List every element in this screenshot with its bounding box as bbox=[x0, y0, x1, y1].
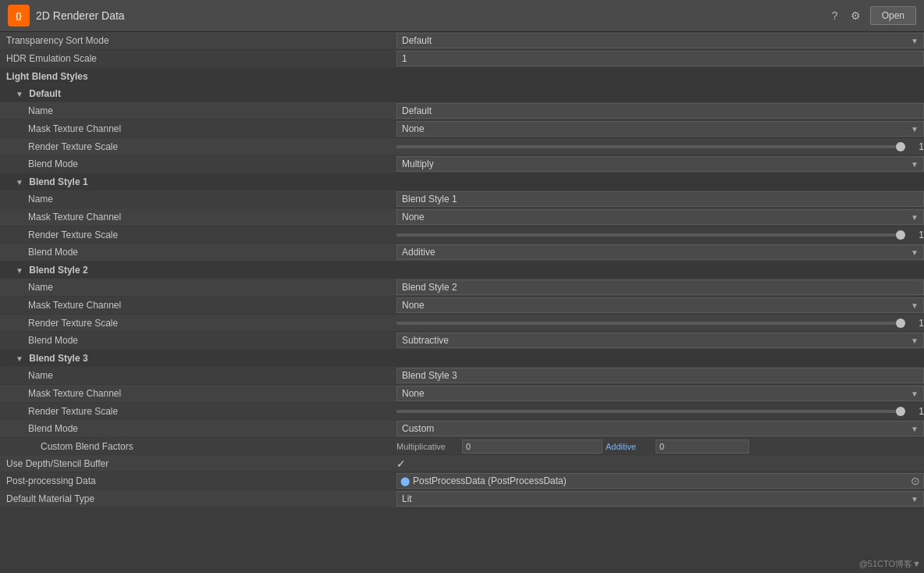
dropdown-arrow-icon: ▼ bbox=[911, 495, 919, 504]
default-render-texture-label: Render Texture Scale bbox=[0, 141, 396, 152]
blend-style2-group-row: ▼ Blend Style 2 bbox=[0, 262, 924, 279]
blend-style3-blend-mode-row: Blend Mode Custom ▼ bbox=[0, 420, 924, 438]
transparency-sort-mode-dropdown[interactable]: Default ▼ bbox=[396, 33, 924, 48]
inspector-content: Transparency Sort Mode Default ▼ HDR Emu… bbox=[0, 32, 924, 508]
use-depth-stencil-checkbox[interactable]: ✓ bbox=[396, 457, 406, 470]
default-material-type-dropdown[interactable]: Lit ▼ bbox=[396, 491, 924, 507]
custom-blend-row: Multiplicative Additive bbox=[396, 440, 924, 454]
blend-style3-mask-texture-label: Mask Texture Channel bbox=[0, 388, 396, 399]
hdr-emulation-scale-value bbox=[396, 51, 924, 66]
default-name-label: Name bbox=[0, 105, 396, 116]
blend-style1-group-row: ▼ Blend Style 1 bbox=[0, 173, 924, 190]
collapse-arrow-icon: ▼ bbox=[16, 178, 23, 187]
blend-style3-group-row: ▼ Blend Style 3 bbox=[0, 350, 924, 367]
dropdown-arrow-icon: ▼ bbox=[911, 125, 919, 133]
post-process-navigate-icon[interactable]: ⊙ bbox=[911, 475, 920, 487]
transparency-sort-mode-row: Transparency Sort Mode Default ▼ bbox=[0, 32, 924, 50]
default-mask-texture-label: Mask Texture Channel bbox=[0, 123, 396, 134]
blend-style1-group-label: ▼ Blend Style 1 bbox=[0, 176, 396, 187]
transparency-sort-mode-label: Transparency Sort Mode bbox=[0, 35, 396, 46]
blend-style3-blend-mode-label: Blend Mode bbox=[0, 423, 396, 434]
default-render-texture-value: 1 bbox=[396, 141, 924, 152]
blend-style3-slider-track[interactable] bbox=[396, 410, 905, 413]
custom-blend-factors-label: Custom Blend Factors bbox=[0, 441, 396, 452]
custom-blend-factors-row: Custom Blend Factors Multiplicative Addi… bbox=[0, 438, 924, 455]
collapse-arrow-icon: ▼ bbox=[16, 354, 23, 363]
collapse-arrow-icon: ▼ bbox=[16, 90, 23, 98]
open-button[interactable]: Open bbox=[870, 6, 916, 25]
blend-style3-name-input[interactable] bbox=[396, 368, 924, 383]
default-render-texture-slider-value: 1 bbox=[908, 141, 924, 152]
default-material-type-label: Default Material Type bbox=[0, 493, 396, 504]
title-bar: {} 2D Renderer Data ? ⚙ Open bbox=[0, 0, 924, 32]
blend-style2-blend-mode-row: Blend Mode Subtractive ▼ bbox=[0, 332, 924, 350]
blend-style3-slider-row: 1 bbox=[396, 406, 924, 417]
default-name-value bbox=[396, 103, 924, 119]
blend-style1-blend-mode-label: Blend Mode bbox=[0, 247, 396, 258]
dropdown-arrow-icon: ▼ bbox=[911, 301, 919, 310]
dropdown-arrow-icon: ▼ bbox=[911, 37, 919, 45]
default-group-label: ▼ Default bbox=[0, 88, 396, 99]
default-blend-mode-dropdown[interactable]: Multiply ▼ bbox=[396, 156, 924, 172]
blend-style2-slider-row: 1 bbox=[396, 318, 924, 329]
multiplicative-label: Multiplicative bbox=[396, 442, 459, 451]
hdr-emulation-scale-row: HDR Emulation Scale bbox=[0, 50, 924, 68]
post-processing-row: Post-processing Data ⬤ PostProcessData (… bbox=[0, 472, 924, 490]
blend-style2-slider-thumb bbox=[896, 319, 905, 328]
default-group-row: ▼ Default bbox=[0, 85, 924, 102]
blend-style1-mask-texture-dropdown[interactable]: None ▼ bbox=[396, 209, 924, 225]
default-name-input[interactable] bbox=[396, 103, 924, 119]
blend-style1-mask-texture-label: Mask Texture Channel bbox=[0, 212, 396, 222]
blend-style1-name-input[interactable] bbox=[396, 191, 924, 207]
default-blend-mode-value: Multiply ▼ bbox=[396, 156, 924, 172]
blend-style3-mask-texture-dropdown[interactable]: None ▼ bbox=[396, 386, 924, 401]
blend-style2-slider-value: 1 bbox=[908, 318, 924, 329]
multiplicative-input[interactable] bbox=[462, 440, 602, 454]
blend-style2-render-texture-label: Render Texture Scale bbox=[0, 318, 396, 329]
default-render-texture-slider-track[interactable] bbox=[396, 145, 905, 148]
blend-style3-mask-texture-row: Mask Texture Channel None ▼ bbox=[0, 385, 924, 403]
blend-style1-blend-mode-dropdown[interactable]: Additive ▼ bbox=[396, 244, 924, 260]
light-blend-styles-label: Light Blend Styles bbox=[0, 71, 396, 82]
blend-style1-mask-texture-row: Mask Texture Channel None ▼ bbox=[0, 208, 924, 226]
additive-label: Additive bbox=[606, 442, 652, 451]
default-render-texture-slider-thumb bbox=[896, 142, 905, 151]
blend-style2-blend-mode-dropdown[interactable]: Subtractive ▼ bbox=[396, 333, 924, 348]
default-render-texture-slider-fill bbox=[396, 145, 905, 148]
post-process-field[interactable]: ⬤ PostProcessData (PostProcessData) ⊙ bbox=[396, 473, 924, 489]
blend-style3-slider-fill bbox=[396, 410, 905, 413]
hdr-emulation-scale-input[interactable] bbox=[396, 51, 924, 66]
blend-style1-name-row: Name bbox=[0, 190, 924, 208]
watermark: @51CTO博客▼ bbox=[859, 558, 921, 570]
blend-style2-name-label: Name bbox=[0, 282, 396, 293]
transparency-sort-mode-value: Default ▼ bbox=[396, 33, 924, 48]
default-mask-texture-dropdown[interactable]: None ▼ bbox=[396, 121, 924, 137]
blend-style1-render-texture-label: Render Texture Scale bbox=[0, 230, 396, 240]
dropdown-arrow-icon: ▼ bbox=[911, 425, 919, 433]
blend-style2-slider-track[interactable] bbox=[396, 322, 905, 325]
help-button[interactable]: ? bbox=[829, 8, 841, 23]
default-name-row: Name bbox=[0, 102, 924, 120]
blend-style1-slider-track[interactable] bbox=[396, 233, 905, 237]
default-material-type-row: Default Material Type Lit ▼ bbox=[0, 490, 924, 508]
blend-style2-blend-mode-label: Blend Mode bbox=[0, 335, 396, 346]
blend-style1-blend-mode-row: Blend Mode Additive ▼ bbox=[0, 244, 924, 262]
blend-style2-slider-fill bbox=[396, 322, 905, 325]
blend-style3-group-label: ▼ Blend Style 3 bbox=[0, 353, 396, 364]
blend-style2-render-texture-row: Render Texture Scale 1 bbox=[0, 315, 924, 332]
dropdown-arrow-icon: ▼ bbox=[911, 213, 919, 222]
blend-style2-mask-texture-label: Mask Texture Channel bbox=[0, 300, 396, 311]
default-mask-texture-row: Mask Texture Channel None ▼ bbox=[0, 120, 924, 138]
blend-style2-mask-texture-dropdown[interactable]: None ▼ bbox=[396, 297, 924, 313]
dropdown-arrow-icon: ▼ bbox=[911, 248, 919, 257]
blend-style3-name-row: Name bbox=[0, 367, 924, 385]
settings-button[interactable]: ⚙ bbox=[848, 8, 864, 23]
window-title: 2D Renderer Data bbox=[36, 9, 125, 22]
additive-input[interactable] bbox=[656, 440, 749, 454]
blend-style3-blend-mode-dropdown[interactable]: Custom ▼ bbox=[396, 421, 924, 436]
blend-style2-name-input[interactable] bbox=[396, 279, 924, 295]
dropdown-arrow-icon: ▼ bbox=[911, 390, 919, 398]
blend-style3-slider-value: 1 bbox=[908, 406, 924, 417]
blend-style1-slider-value: 1 bbox=[908, 230, 924, 240]
blend-style3-render-texture-row: Render Texture Scale 1 bbox=[0, 403, 924, 420]
